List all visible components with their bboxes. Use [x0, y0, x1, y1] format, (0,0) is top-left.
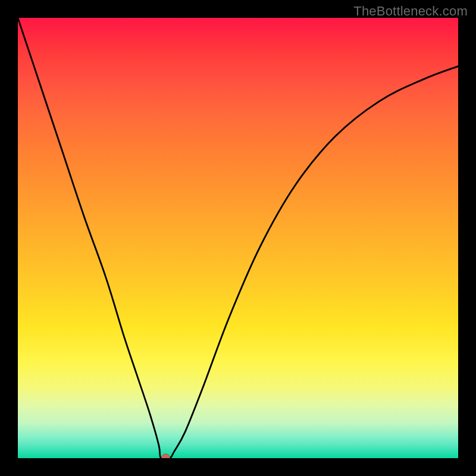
chart-container: TheBottleneck.com — [0, 0, 476, 476]
minimum-marker — [162, 454, 170, 458]
bottleneck-curve — [18, 18, 458, 458]
watermark-text: TheBottleneck.com — [353, 4, 468, 19]
plot-area — [18, 18, 458, 458]
chart-svg — [18, 18, 458, 458]
